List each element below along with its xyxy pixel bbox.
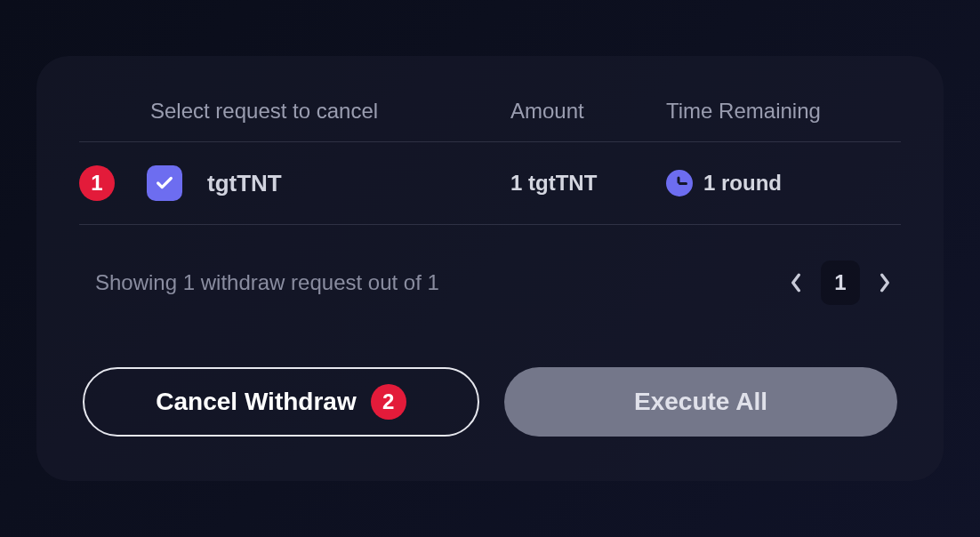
execute-all-button[interactable]: Execute All — [504, 367, 897, 437]
row-select-cell: 1 tgtTNT — [79, 165, 510, 201]
row-checkbox[interactable] — [147, 165, 182, 201]
row-time: 1 round — [666, 170, 901, 196]
row-amount: 1 tgtTNT — [510, 171, 666, 196]
row-time-text: 1 round — [703, 171, 782, 196]
table-header: Select request to cancel Amount Time Rem… — [79, 99, 901, 142]
pager: 1 — [780, 260, 901, 305]
chevron-left-icon — [790, 273, 802, 293]
header-amount: Amount — [510, 99, 666, 124]
cancel-withdraw-label: Cancel Withdraw — [156, 388, 356, 416]
chevron-right-icon — [879, 273, 891, 293]
header-time: Time Remaining — [666, 99, 901, 124]
withdraw-requests-panel: Select request to cancel Amount Time Rem… — [36, 56, 944, 481]
clock-icon — [666, 170, 693, 196]
pager-prev-button[interactable] — [780, 263, 812, 302]
pager-page-number[interactable]: 1 — [821, 260, 860, 305]
pager-status: Showing 1 withdraw request out of 1 — [95, 270, 439, 295]
pager-next-button[interactable] — [869, 263, 901, 302]
check-icon — [155, 173, 174, 193]
execute-all-label: Execute All — [634, 388, 767, 416]
table-row: 1 tgtTNT 1 tgtTNT 1 round — [79, 142, 901, 225]
actions-row: Cancel Withdraw 2 Execute All — [79, 367, 901, 437]
row-token-name: tgtTNT — [207, 170, 282, 197]
annotation-badge-1: 1 — [79, 165, 115, 201]
pager-row: Showing 1 withdraw request out of 1 1 — [79, 225, 901, 305]
annotation-badge-2: 2 — [371, 384, 406, 420]
header-select: Select request to cancel — [150, 99, 510, 124]
cancel-withdraw-button[interactable]: Cancel Withdraw 2 — [83, 367, 479, 437]
